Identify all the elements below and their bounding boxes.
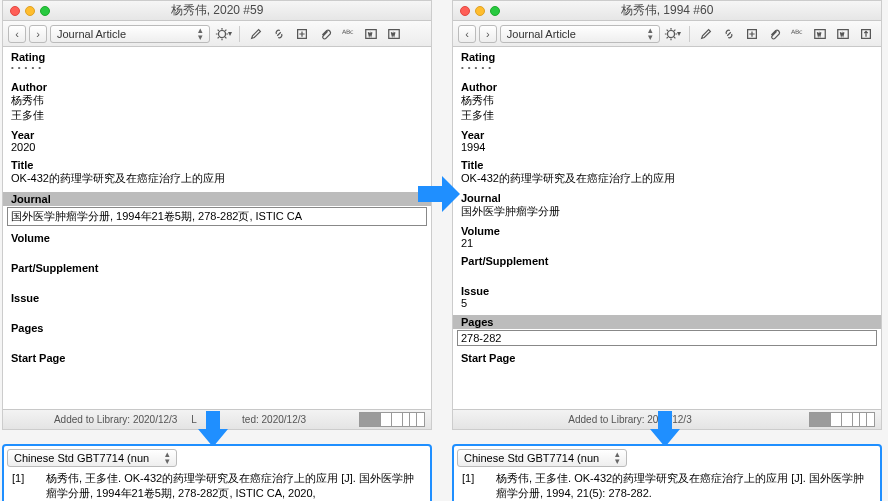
back-button[interactable]: ‹ xyxy=(8,25,26,43)
author-2[interactable]: 王多佳 xyxy=(11,108,423,123)
chevron-updown-icon: ▴▾ xyxy=(648,27,653,41)
rating-value[interactable]: ••••• xyxy=(461,63,873,75)
field-pages[interactable]: Pages 278-282 xyxy=(461,315,873,346)
arrow-right-icon xyxy=(416,174,462,214)
fields-panel: Rating ••••• Author 杨秀伟 王多佳 Year 2020 Ti… xyxy=(3,47,431,409)
minimize-icon[interactable] xyxy=(475,6,485,16)
year-value[interactable]: 2020 xyxy=(11,141,423,153)
toolbar: ‹ › Journal Article ▴▾ ▾ ᴬᴮᶜ xyxy=(453,21,881,47)
zoom-icon[interactable] xyxy=(490,6,500,16)
gear-icon[interactable]: ▾ xyxy=(213,25,233,43)
word-icon-1[interactable] xyxy=(810,25,830,43)
journal-value[interactable]: 国外医学肿瘤学分册 xyxy=(461,204,873,219)
field-rating[interactable]: Rating ••••• xyxy=(11,51,423,75)
field-label: Start Page xyxy=(461,352,873,364)
pages-value[interactable]: 278-282 xyxy=(457,330,877,346)
layout-split-button[interactable] xyxy=(831,412,853,427)
close-icon[interactable] xyxy=(460,6,470,16)
title-value[interactable]: OK-432的药理学研究及在癌症治疗上的应用 xyxy=(11,171,423,186)
field-author[interactable]: Author 杨秀伟 王多佳 xyxy=(11,81,423,123)
layout-fields-button[interactable] xyxy=(359,412,381,427)
part-value[interactable] xyxy=(11,274,423,286)
citation-style-select[interactable]: Chinese Std GBT7714 (nun ▴▾ xyxy=(7,449,177,467)
field-issue[interactable]: Issue xyxy=(11,292,423,316)
field-label: Volume xyxy=(11,232,423,244)
attachment-icon[interactable] xyxy=(315,25,335,43)
reference-window-right: 杨秀伟, 1994 #60 ‹ › Journal Article ▴▾ ▾ ᴬ… xyxy=(452,0,882,430)
field-volume[interactable]: Volume xyxy=(11,232,423,256)
field-startpage[interactable]: Start Page xyxy=(11,352,423,364)
pencil-icon[interactable] xyxy=(246,25,266,43)
gear-icon[interactable]: ▾ xyxy=(663,25,683,43)
rating-value[interactable]: ••••• xyxy=(11,63,423,75)
minimize-icon[interactable] xyxy=(25,6,35,16)
field-label: Year xyxy=(11,129,423,141)
spellcheck-icon[interactable]: ᴬᴮᶜ xyxy=(787,25,807,43)
field-part[interactable]: Part/Supplement xyxy=(11,262,423,286)
pages-value[interactable] xyxy=(11,334,423,346)
titlebar[interactable]: 杨秀伟, 1994 #60 xyxy=(453,1,881,21)
word-icon-2[interactable] xyxy=(384,25,404,43)
links-icon[interactable] xyxy=(269,25,289,43)
field-year[interactable]: Year 1994 xyxy=(461,129,873,153)
insert-citation-icon[interactable] xyxy=(292,25,312,43)
chevron-updown-icon: ▴▾ xyxy=(615,451,620,465)
field-journal[interactable]: Journal 国外医学肿瘤学分册, 1994年21卷5期, 278-282页,… xyxy=(11,192,423,226)
field-author[interactable]: Author 杨秀伟 王多佳 xyxy=(461,81,873,123)
field-volume[interactable]: Volume 21 xyxy=(461,225,873,249)
layout-preview-button[interactable] xyxy=(403,412,425,427)
field-year[interactable]: Year 2020 xyxy=(11,129,423,153)
insert-citation-icon[interactable] xyxy=(742,25,762,43)
citation-number: [1] xyxy=(12,471,32,501)
titlebar[interactable]: 杨秀伟, 2020 #59 xyxy=(3,1,431,21)
field-part[interactable]: Part/Supplement xyxy=(461,255,873,279)
title-value[interactable]: OK-432的药理学研究及在癌症治疗上的应用 xyxy=(461,171,873,186)
arrow-down-icon xyxy=(196,409,230,449)
links-icon[interactable] xyxy=(719,25,739,43)
layout-split-button[interactable] xyxy=(381,412,403,427)
field-label: Title xyxy=(461,159,873,171)
field-label: Part/Supplement xyxy=(461,255,873,267)
reference-type-select[interactable]: Journal Article ▴▾ xyxy=(50,25,210,43)
close-icon[interactable] xyxy=(10,6,20,16)
field-title[interactable]: Title OK-432的药理学研究及在癌症治疗上的应用 xyxy=(11,159,423,186)
forward-button[interactable]: › xyxy=(479,25,497,43)
field-label: Issue xyxy=(461,285,873,297)
zoom-icon[interactable] xyxy=(40,6,50,16)
forward-button[interactable]: › xyxy=(29,25,47,43)
citation-body: 杨秀伟, 王多佳. OK-432的药理学研究及在癌症治疗上的应用 [J]. 国外… xyxy=(46,471,422,501)
layout-buttons xyxy=(359,412,425,427)
issue-value[interactable] xyxy=(11,304,423,316)
field-journal[interactable]: Journal 国外医学肿瘤学分册 xyxy=(461,192,873,219)
field-pages[interactable]: Pages xyxy=(11,322,423,346)
pencil-icon[interactable] xyxy=(696,25,716,43)
reference-type-label: Journal Article xyxy=(507,28,576,40)
field-label: Year xyxy=(461,129,873,141)
author-1[interactable]: 杨秀伟 xyxy=(461,93,873,108)
word-icon-2[interactable] xyxy=(833,25,853,43)
issue-value[interactable]: 5 xyxy=(461,297,873,309)
svg-point-4 xyxy=(668,30,675,37)
volume-value[interactable] xyxy=(11,244,423,256)
volume-value[interactable]: 21 xyxy=(461,237,873,249)
attachment-icon[interactable] xyxy=(764,25,784,43)
spellcheck-icon[interactable]: ᴬᴮᶜ xyxy=(338,25,358,43)
year-value[interactable]: 1994 xyxy=(461,141,873,153)
citation-style-select[interactable]: Chinese Std GBT7714 (nun ▴▾ xyxy=(457,449,627,467)
svg-point-0 xyxy=(218,30,225,37)
part-value[interactable] xyxy=(461,267,873,279)
export-icon[interactable] xyxy=(856,25,876,43)
field-issue[interactable]: Issue 5 xyxy=(461,285,873,309)
back-button[interactable]: ‹ xyxy=(458,25,476,43)
author-2[interactable]: 王多佳 xyxy=(461,108,873,123)
journal-value[interactable]: 国外医学肿瘤学分册, 1994年21卷5期, 278-282页, ISTIC C… xyxy=(7,207,427,226)
reference-type-select[interactable]: Journal Article ▴▾ xyxy=(500,25,660,43)
layout-fields-button[interactable] xyxy=(809,412,831,427)
field-title[interactable]: Title OK-432的药理学研究及在癌症治疗上的应用 xyxy=(461,159,873,186)
field-label: Title xyxy=(11,159,423,171)
layout-preview-button[interactable] xyxy=(853,412,875,427)
word-icon-1[interactable] xyxy=(361,25,381,43)
field-startpage[interactable]: Start Page xyxy=(461,352,873,364)
field-rating[interactable]: Rating ••••• xyxy=(461,51,873,75)
author-1[interactable]: 杨秀伟 xyxy=(11,93,423,108)
